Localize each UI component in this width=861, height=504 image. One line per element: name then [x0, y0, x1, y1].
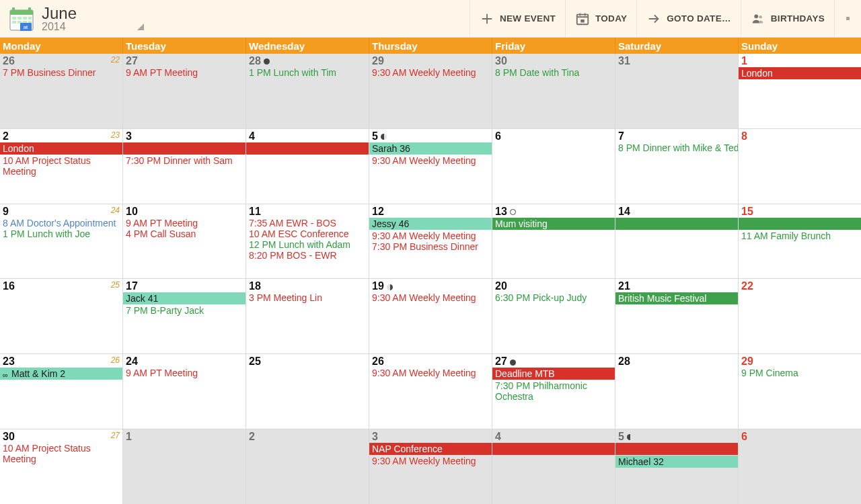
- event-item[interactable]: 3 PM Meeting Lin: [246, 292, 369, 303]
- day-cell[interactable]: 5Michael 32: [615, 429, 739, 504]
- day-cell[interactable]: 183 PM Meeting Lin: [246, 279, 369, 353]
- day-cell[interactable]: 31: [615, 54, 739, 128]
- allday-event-bar[interactable]: Michael 32: [615, 456, 738, 468]
- day-cell[interactable]: 281 PM Lunch with Tim: [246, 54, 369, 128]
- event-item[interactable]: 10 AM Project Status Meeting: [0, 155, 122, 177]
- event-item[interactable]: 11 AM Family Brunch: [739, 230, 861, 241]
- event-item[interactable]: 9:30 AM Weekly Meeting: [369, 292, 492, 303]
- event-item[interactable]: 7 PM B-Party Jack: [123, 305, 246, 316]
- birthdays-button[interactable]: BIRTHDAYS: [741, 0, 834, 38]
- event-item[interactable]: 12 PM Lunch with Adam: [246, 239, 369, 250]
- event-item[interactable]: 7:35 AM EWR - BOS: [246, 218, 369, 228]
- allday-event-bar[interactable]: [615, 443, 738, 455]
- day-cell[interactable]: 4: [492, 429, 615, 504]
- event-item[interactable]: 10 AM Project Status Meeting: [0, 443, 122, 464]
- day-cell[interactable]: 206:30 PM Pick-up Judy: [492, 279, 615, 353]
- day-cell[interactable]: 27Deadline MTB7:30 PM Philharmonic Oches…: [492, 354, 615, 429]
- day-cell[interactable]: 28: [615, 354, 739, 429]
- dropdown-indicator-icon[interactable]: [137, 24, 144, 30]
- day-cell[interactable]: 1625: [0, 279, 123, 353]
- event-item[interactable]: 9:30 AM Weekly Meeting: [369, 230, 492, 241]
- allday-event-bar[interactable]: London: [739, 67, 861, 79]
- day-cell[interactable]: 1London: [739, 54, 861, 128]
- allday-event-bar[interactable]: [739, 218, 861, 230]
- event-item[interactable]: 4 PM Call Susan: [123, 228, 246, 239]
- event-item[interactable]: 10 AM ESC Conference: [246, 228, 369, 239]
- day-cell[interactable]: 109 AM PT Meeting4 PM Call Susan: [123, 204, 246, 279]
- title-block[interactable]: June 2014: [42, 5, 77, 33]
- event-item[interactable]: 1 PM Lunch with Tim: [246, 67, 369, 78]
- allday-event-bar[interactable]: Matt & Kim 2: [0, 368, 122, 380]
- day-cell[interactable]: 269:30 AM Weekly Meeting: [369, 354, 492, 429]
- day-cell[interactable]: 299:30 AM Weekly Meeting: [369, 54, 492, 128]
- event-item[interactable]: 8 AM Doctor's Appointment: [0, 218, 122, 228]
- week-row: 9248 AM Doctor's Appointment1 PM Lunch w…: [0, 204, 861, 279]
- event-item[interactable]: 7:30 PM Dinner with Sam: [123, 155, 246, 166]
- allday-event-bar[interactable]: Jack 41: [123, 292, 246, 304]
- event-item[interactable]: 9 AM PT Meeting: [123, 67, 246, 78]
- event-item[interactable]: 9:30 AM Weekly Meeting: [369, 67, 492, 78]
- day-cell[interactable]: 22: [739, 279, 861, 353]
- event-item[interactable]: 9:30 AM Weekly Meeting: [369, 456, 492, 466]
- allday-event-bar[interactable]: London: [0, 142, 123, 155]
- allday-event-bar[interactable]: [246, 142, 369, 155]
- event-item[interactable]: 1 PM Lunch with Joe: [0, 228, 122, 239]
- allday-event-bar[interactable]: [492, 443, 615, 455]
- day-cell[interactable]: 6: [492, 129, 615, 204]
- day-cell[interactable]: 249 AM PT Meeting: [123, 354, 246, 429]
- goto-date-button[interactable]: GOTO DATE…: [636, 0, 741, 38]
- app-icon[interactable]: at: [7, 4, 36, 34]
- event-item[interactable]: 9 PM Cinema: [739, 368, 861, 378]
- day-cell[interactable]: 299 PM Cinema: [739, 354, 861, 429]
- event-item[interactable]: 9:30 AM Weekly Meeting: [369, 155, 492, 166]
- allday-event-bar[interactable]: [615, 218, 739, 230]
- day-cell[interactable]: 8: [739, 129, 861, 204]
- overflow-menu-button[interactable]: [834, 0, 861, 38]
- day-cell[interactable]: 12Jessy 469:30 AM Weekly Meeting7:30 PM …: [369, 204, 492, 279]
- event-item[interactable]: 9 AM PT Meeting: [123, 368, 246, 378]
- day-cell[interactable]: 21British Music Festival: [615, 279, 739, 353]
- event-item[interactable]: 7:30 PM Business Dinner: [369, 241, 492, 252]
- event-item[interactable]: 8 PM Date with Tina: [492, 67, 615, 78]
- day-cell[interactable]: 302710 AM Project Status Meeting: [0, 429, 123, 504]
- day-cell[interactable]: 6: [739, 429, 861, 504]
- allday-event-bar[interactable]: Jessy 46: [369, 218, 492, 230]
- allday-event-bar[interactable]: Mum visiting: [492, 218, 615, 230]
- day-cell[interactable]: 117:35 AM EWR - BOS10 AM ESC Conference1…: [246, 204, 369, 279]
- event-item[interactable]: 8 PM Dinner with Mike & Ted: [615, 142, 738, 153]
- day-cell[interactable]: 3NAP Conference9:30 AM Weekly Meeting: [369, 429, 492, 504]
- event-item[interactable]: 9 AM PT Meeting: [123, 218, 246, 228]
- day-cell[interactable]: 37:30 PM Dinner with Sam: [123, 129, 246, 204]
- day-cell[interactable]: 25: [246, 354, 369, 429]
- day-cell[interactable]: 9248 AM Doctor's Appointment1 PM Lunch w…: [0, 204, 123, 279]
- day-cell[interactable]: 2: [246, 429, 369, 504]
- day-cell[interactable]: 279 AM PT Meeting: [123, 54, 246, 128]
- day-cell[interactable]: 5Sarah 369:30 AM Weekly Meeting: [369, 129, 492, 204]
- day-cell[interactable]: 1511 AM Family Brunch: [739, 204, 861, 279]
- day-cell[interactable]: 14: [615, 204, 739, 279]
- day-number: 16: [3, 280, 15, 292]
- event-item[interactable]: 8:20 PM BOS - EWR: [246, 250, 369, 261]
- new-event-button[interactable]: NEW EVENT: [470, 0, 565, 38]
- day-cell[interactable]: 17Jack 417 PM B-Party Jack: [123, 279, 246, 353]
- day-cell[interactable]: 1: [123, 429, 246, 504]
- allday-event-bar[interactable]: Sarah 36: [369, 142, 492, 155]
- allday-event-bar[interactable]: Deadline MTB: [492, 368, 615, 380]
- event-item[interactable]: 7:30 PM Philharmonic Ochestra: [492, 380, 615, 402]
- event-item[interactable]: 7 PM Business Dinner: [0, 67, 122, 78]
- day-cell[interactable]: 2326Matt & Kim 2: [0, 354, 123, 429]
- day-cell[interactable]: 78 PM Dinner with Mike & Ted: [615, 129, 739, 204]
- svg-rect-15: [581, 19, 585, 22]
- day-cell[interactable]: 223London10 AM Project Status Meeting: [0, 129, 123, 204]
- day-cell[interactable]: 13Mum visiting: [492, 204, 615, 279]
- event-item[interactable]: 9:30 AM Weekly Meeting: [369, 368, 492, 378]
- allday-event-bar[interactable]: NAP Conference: [369, 443, 492, 455]
- day-cell[interactable]: 26227 PM Business Dinner: [0, 54, 123, 128]
- day-cell[interactable]: 199:30 AM Weekly Meeting: [369, 279, 492, 353]
- allday-event-bar[interactable]: British Music Festival: [615, 292, 738, 304]
- day-cell[interactable]: 308 PM Date with Tina: [492, 54, 615, 128]
- allday-event-bar[interactable]: [123, 142, 246, 155]
- event-item[interactable]: 6:30 PM Pick-up Judy: [492, 292, 615, 303]
- today-button[interactable]: TODAY: [565, 0, 636, 38]
- day-cell[interactable]: 4: [246, 129, 369, 204]
